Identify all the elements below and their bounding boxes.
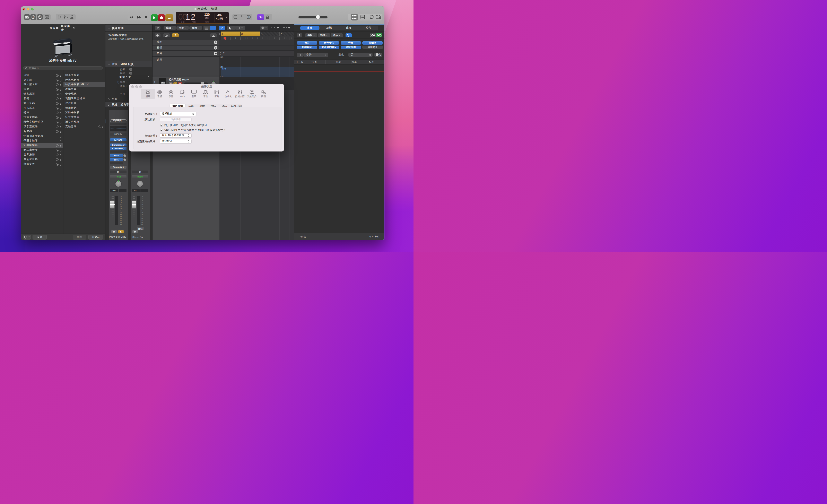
svg-text:i: i	[33, 16, 34, 18]
svg-text:S: S	[248, 16, 249, 18]
svg-text:?: ?	[39, 16, 41, 18]
